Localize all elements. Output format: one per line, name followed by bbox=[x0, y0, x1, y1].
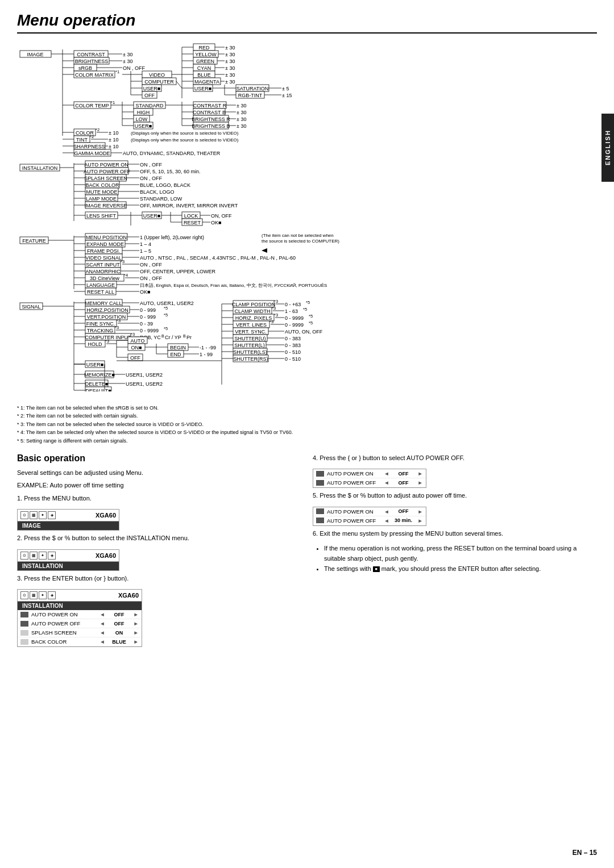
footnote-3: * 3: The item can not be selected when t… bbox=[17, 420, 597, 428]
svg-text:3D CineView: 3D CineView bbox=[90, 276, 119, 281]
svg-text:AUTO: AUTO bbox=[131, 338, 145, 344]
step-2-tab: INSTALLATION bbox=[18, 562, 119, 570]
svg-text:SHUTTER(L): SHUTTER(L) bbox=[234, 343, 265, 348]
footnote-5: * 5: Setting range is different with cer… bbox=[17, 437, 597, 445]
svg-text:COLOR TEMP: COLOR TEMP bbox=[75, 103, 109, 108]
language-tab-text: ENGLISH bbox=[604, 130, 611, 166]
enter-mark-icon: ■ bbox=[373, 566, 380, 572]
svg-text:Cr / YP: Cr / YP bbox=[165, 335, 181, 340]
svg-text:*2: *2 bbox=[96, 127, 99, 132]
svg-text:± 10: ± 10 bbox=[109, 137, 118, 143]
row-icon-r5-2 bbox=[316, 518, 324, 523]
svg-text:0 - 383: 0 - 383 bbox=[285, 343, 301, 348]
svg-text:SIGNAL: SIGNAL bbox=[22, 304, 40, 310]
svg-text:-1 - -99: -1 - -99 bbox=[200, 345, 216, 350]
row-icon-r4-1 bbox=[316, 471, 324, 477]
svg-text:± 10: ± 10 bbox=[109, 130, 118, 136]
svg-text:B: B bbox=[161, 334, 164, 338]
svg-text:*5: *5 bbox=[306, 300, 310, 305]
row-icon-4 bbox=[20, 639, 28, 645]
row-icon-r4-2 bbox=[316, 480, 324, 486]
svg-text:*1: *1 bbox=[111, 100, 115, 105]
icon-2: ▦ bbox=[30, 591, 38, 599]
language-tab: ENGLISH bbox=[601, 114, 614, 182]
step-3-display: ⊙ ▦ ✦ ◈ XGA60 INSTALLATION AUTO POWER ON… bbox=[17, 589, 142, 647]
svg-text:BEGIN: BEGIN bbox=[170, 345, 186, 350]
svg-text:OK■: OK■ bbox=[140, 289, 150, 295]
svg-text:OFF, 5, 10, 15, 30, 60 min.: OFF, 5, 10, 15, 30, 60 min. bbox=[140, 169, 201, 174]
step-2-icons: ⊙ ▦ ✦ ◈ bbox=[20, 552, 56, 560]
svg-text:IMAGE REVERSE: IMAGE REVERSE bbox=[85, 203, 127, 208]
step-5-display: AUTO POWER ON ◄ OFF ► AUTO POWER OFF ◄ 3… bbox=[313, 507, 426, 526]
intro-line-2: EXAMPLE: Auto power off time setting bbox=[17, 481, 301, 490]
svg-text:GAMMA MODE: GAMMA MODE bbox=[74, 151, 110, 156]
intro-line-1: Several settings can be adjusted using M… bbox=[17, 468, 301, 478]
svg-text:FEATURE: FEATURE bbox=[22, 238, 45, 244]
svg-text:1 - 63: 1 - 63 bbox=[285, 308, 298, 314]
page-container: ENGLISH Menu operation IMAGE CONTRAST ± … bbox=[0, 0, 614, 868]
step-5-text: 5. Press the $ or % button to adjust aut… bbox=[313, 491, 597, 500]
row-icon-2 bbox=[20, 621, 28, 627]
svg-text:*5: *5 bbox=[303, 307, 307, 312]
step-3-icons: ⊙ ▦ ✦ ◈ bbox=[20, 591, 56, 599]
basic-operation-title: Basic operation bbox=[17, 453, 301, 464]
svg-text:USER1, USER2: USER1, USER2 bbox=[126, 372, 163, 378]
svg-text:STANDARD, LOW: STANDARD, LOW bbox=[140, 196, 182, 202]
svg-text:0 - 999: 0 - 999 bbox=[140, 307, 156, 313]
icon-4: ◈ bbox=[48, 591, 56, 599]
svg-text:± 30: ± 30 bbox=[225, 45, 235, 51]
svg-text:VERT. SYNC.: VERT. SYNC. bbox=[235, 329, 266, 335]
svg-text:± 30: ± 30 bbox=[225, 65, 235, 71]
svg-text:ON , OFF: ON , OFF bbox=[140, 162, 162, 168]
bullet-list: If the menu operation is not working, pr… bbox=[324, 544, 597, 574]
svg-text:(The item can not be selected : (The item can not be selected when bbox=[262, 233, 334, 238]
menu-row-auto-power-on: AUTO POWER ON ◄ OFF ► bbox=[18, 610, 142, 619]
svg-text:1 – 4: 1 – 4 bbox=[140, 241, 151, 247]
svg-text:*3: *3 bbox=[131, 332, 135, 337]
step-4-text: 4. Press the { or } button to select AUT… bbox=[313, 453, 597, 463]
svg-text:DEFAULT■: DEFAULT■ bbox=[85, 388, 111, 391]
svg-line-63 bbox=[176, 81, 182, 88]
svg-text:*5: *5 bbox=[309, 320, 313, 326]
svg-text:RGB-TINT: RGB-TINT bbox=[238, 93, 263, 98]
menu-row-r4-1: AUTO POWER ON ◄ OFF ► bbox=[313, 469, 426, 478]
svg-text:HORIZ. PIXELS: HORIZ. PIXELS bbox=[235, 315, 272, 321]
svg-text:COLOR MATRIX: COLOR MATRIX bbox=[75, 72, 114, 78]
icon-1: ⊙ bbox=[20, 591, 28, 599]
svg-text:(Displays only when the source: (Displays only when the source is select… bbox=[131, 137, 239, 143]
svg-text:± 30: ± 30 bbox=[237, 110, 246, 115]
svg-text:sRGB: sRGB bbox=[78, 65, 92, 71]
svg-text:VERT. LINES: VERT. LINES bbox=[236, 322, 267, 328]
svg-text:SPLASH SCREEN: SPLASH SCREEN bbox=[84, 176, 127, 181]
step-1-model: XGA60 bbox=[96, 512, 116, 519]
icon-1: ⊙ bbox=[20, 552, 28, 560]
svg-text:USER1, USER2: USER1, USER2 bbox=[126, 381, 163, 387]
svg-text:*3: *3 bbox=[269, 319, 273, 324]
svg-text:*3: *3 bbox=[272, 306, 276, 311]
svg-text:*3: *3 bbox=[115, 325, 119, 330]
icon-3: ✦ bbox=[39, 591, 47, 599]
svg-text:USER■: USER■ bbox=[143, 86, 160, 91]
svg-text:MEMORY CALL: MEMORY CALL bbox=[85, 301, 122, 306]
svg-text:*5: *5 bbox=[164, 312, 168, 318]
step-1-display: ⊙ ▦ ✦ ◈ XGA60 IMAGE bbox=[17, 509, 119, 531]
svg-text:INSTALLATION: INSTALLATION bbox=[22, 165, 58, 171]
basic-operation-right: 4. Press the { or } button to select AUT… bbox=[313, 453, 597, 650]
svg-text:CLAMP WIDTH: CLAMP WIDTH bbox=[235, 308, 271, 314]
svg-text:OFF, CENTER, UPPER, LOWER: OFF, CENTER, UPPER, LOWER bbox=[140, 269, 216, 274]
svg-text:ON , OFF: ON , OFF bbox=[123, 65, 145, 71]
svg-text:1 – 5: 1 – 5 bbox=[140, 248, 151, 254]
svg-text:LENS SHIFT: LENS SHIFT bbox=[86, 213, 117, 219]
svg-text:BLUE: BLUE bbox=[197, 72, 211, 78]
icon-2: ▦ bbox=[30, 511, 38, 519]
svg-text:*2: *2 bbox=[90, 134, 94, 139]
svg-text:± 30: ± 30 bbox=[225, 79, 235, 85]
menu-row-back-color: BACK COLOR ◄ BLUE ► bbox=[18, 637, 142, 646]
svg-text:USER■: USER■ bbox=[135, 123, 152, 129]
svg-text:*1: *1 bbox=[115, 69, 119, 74]
svg-text:HORIZ.POSITION: HORIZ.POSITION bbox=[86, 307, 128, 313]
svg-text:CYAN: CYAN bbox=[197, 65, 211, 71]
svg-text:MEMORIZE■: MEMORIZE■ bbox=[84, 372, 115, 378]
svg-text:*5: *5 bbox=[309, 314, 313, 319]
svg-text:LOW: LOW bbox=[136, 116, 148, 122]
